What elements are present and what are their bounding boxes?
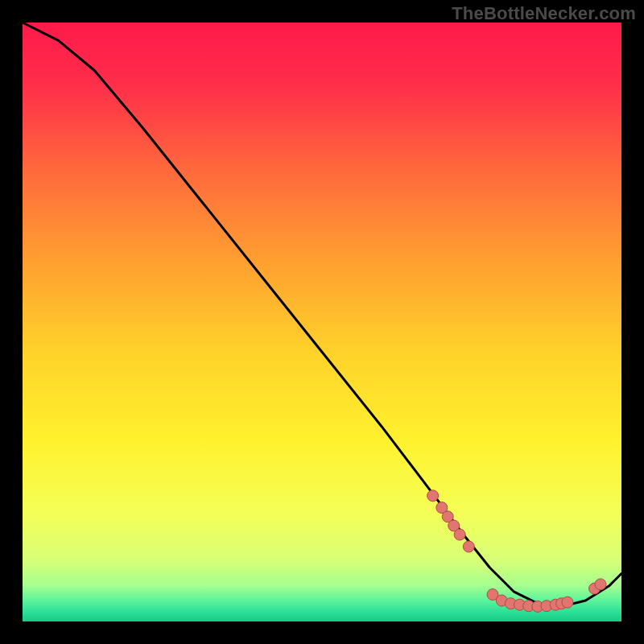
chart-frame: TheBottleNecker.com (0, 0, 644, 644)
watermark-label: TheBottleNecker.com (452, 3, 636, 24)
data-marker (562, 597, 573, 608)
plot-background (23, 23, 621, 621)
data-marker (463, 541, 474, 552)
data-marker (595, 579, 606, 590)
data-marker (454, 529, 465, 540)
chart-canvas (0, 0, 644, 644)
data-marker (427, 490, 439, 502)
